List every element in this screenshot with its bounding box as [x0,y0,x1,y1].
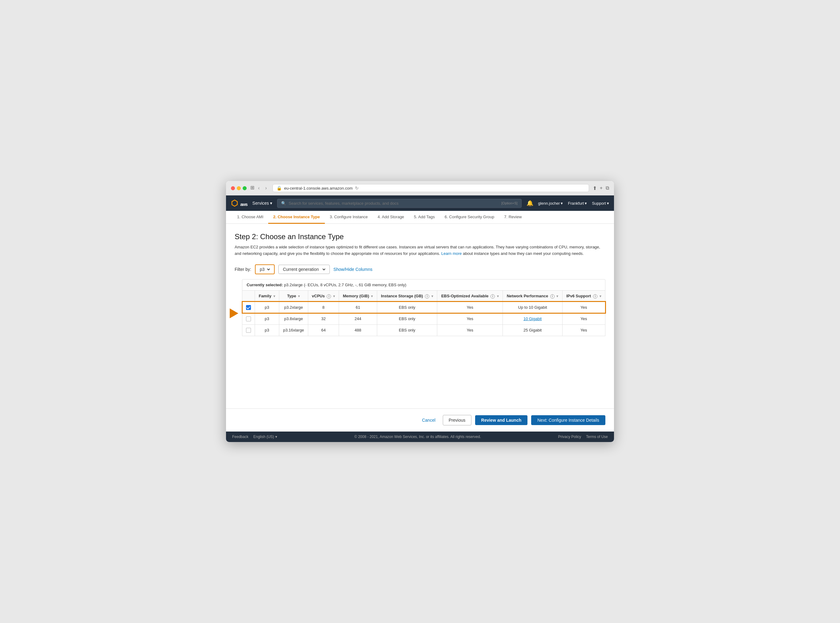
network-info-icon[interactable]: i [550,294,554,299]
row-3-memory: 488 [339,324,377,336]
row-2-memory: 244 [339,313,377,324]
col-header-vcpus[interactable]: vCPUs i ▾ [308,290,339,302]
browser-window: ⊞ ‹ › 🔒 eu-central-1.console.aws.amazon.… [226,181,614,442]
row-3-network: 25 Gigabit [503,324,562,336]
region-chevron-icon: ▾ [585,201,587,206]
step-7-tab[interactable]: 7. Review [499,211,527,224]
row-3-storage: EBS only [377,324,437,336]
language-selector[interactable]: English (US) ▾ [253,434,277,439]
page-title: Step 2: Choose an Instance Type [235,232,605,241]
new-tab-icon[interactable]: + [600,185,603,191]
memory-sort-icon[interactable]: ▾ [371,294,373,298]
footer-right: Privacy Policy Terms of Use [558,434,608,439]
step-1-tab[interactable]: 1. Choose AMI [232,211,268,224]
previous-button[interactable]: Previous [443,415,471,425]
lock-icon: 🔒 [276,186,282,190]
vcpus-info-icon[interactable]: i [327,294,331,299]
language-chevron-icon: ▾ [275,434,277,439]
instance-family-filter[interactable]: p3 t3 m5 [255,264,275,274]
step-4-tab[interactable]: 4. Add Storage [373,211,409,224]
tabs-icon[interactable]: ⧉ [606,185,609,191]
learn-more-link[interactable]: Learn more [441,251,462,256]
support-label: Support [592,201,606,206]
page-description: Amazon EC2 provides a wide selection of … [235,244,605,257]
aws-logo: ⬡ aws [231,199,247,207]
feedback-link[interactable]: Feedback [232,434,249,439]
family-sort-icon[interactable]: ▾ [273,294,275,298]
col-header-checkbox [242,290,255,302]
forward-button[interactable]: › [263,185,269,192]
row-1-family: p3 [255,302,279,313]
notification-bell-icon[interactable]: 🔔 [527,200,533,207]
region-selector[interactable]: Frankfurt ▾ [568,201,587,206]
col-header-type[interactable]: Type ▾ [279,290,308,302]
browser-chrome: ⊞ ‹ › 🔒 eu-central-1.console.aws.amazon.… [226,181,614,195]
step-6-tab[interactable]: 6. Configure Security Group [440,211,499,224]
storage-sort-icon[interactable]: ▾ [432,294,433,298]
row-3-checkbox[interactable] [246,328,251,333]
instance-table-wrapper: Currently selected: p3.2xlarge (- ECUs, … [242,279,605,336]
row-2-network-link[interactable]: 10 Gigabit [524,316,542,321]
nav-services-menu[interactable]: Services ▾ [252,201,272,206]
reload-button[interactable]: ↻ [355,186,359,190]
row-3-ebs: Yes [437,324,503,336]
vcpus-sort-icon[interactable]: ▾ [333,294,335,298]
step-2-tab[interactable]: 2. Choose Instance Type [268,211,324,224]
terms-of-use-link[interactable]: Terms of Use [586,434,608,439]
table-row[interactable]: p3 p3.2xlarge 8 61 EBS only Yes Up to 10… [242,302,605,313]
username-label: glenn.jocher [538,201,560,206]
table-header-row: Family ▾ Type ▾ vCPUs i ▾ [242,290,605,302]
maximize-button[interactable] [243,186,247,190]
network-sort-icon[interactable]: ▾ [556,294,558,298]
services-label: Services [252,201,269,206]
search-input[interactable] [289,201,499,206]
col-header-memory[interactable]: Memory (GiB) ▾ [339,290,377,302]
row-1-ipv6: Yes [562,302,605,313]
col-header-ipv6[interactable]: IPv6 Support i ▾ [562,290,605,302]
address-bar[interactable]: 🔒 eu-central-1.console.aws.amazon.com ↻ [272,184,589,192]
row-2-ebs: Yes [437,313,503,324]
next-button[interactable]: Next: Configure Instance Details [531,415,605,425]
support-chevron-icon: ▾ [607,201,609,206]
review-and-launch-button[interactable]: Review and Launch [475,415,528,425]
row-1-checkbox[interactable] [246,305,251,310]
instance-family-select[interactable]: p3 t3 m5 [259,267,271,272]
cancel-button[interactable]: Cancel [418,416,439,425]
row-2-network: 10 Gigabit [503,313,562,324]
close-button[interactable] [231,186,235,190]
row-2-family: p3 [255,313,279,324]
col-header-network[interactable]: Network Performance i ▾ [503,290,562,302]
step-5-tab[interactable]: 5. Add Tags [409,211,440,224]
step-3-tab[interactable]: 3. Configure Instance [325,211,373,224]
support-menu[interactable]: Support ▾ [592,201,609,206]
row-2-checkbox[interactable] [246,316,251,321]
type-sort-icon[interactable]: ▾ [298,294,300,298]
col-header-storage[interactable]: Instance Storage (GB) i ▾ [377,290,437,302]
aws-footer: Feedback English (US) ▾ © 2008 - 2021, A… [226,431,614,442]
row-3-type: p3.16xlarge [279,324,308,336]
storage-info-icon[interactable]: i [425,294,429,299]
filter-row: Filter by: p3 t3 m5 Current generation P… [235,264,605,274]
back-button[interactable]: ‹ [256,185,261,192]
global-search-bar[interactable]: 🔍 [Option+S] [277,199,521,208]
ebs-sort-icon[interactable]: ▾ [497,294,499,298]
ipv6-sort-icon[interactable]: ▾ [599,294,601,298]
region-label: Frankfurt [568,201,584,206]
sidebar-icon[interactable]: ⊞ [250,185,254,192]
search-icon: 🔍 [281,201,286,206]
ebs-info-icon[interactable]: i [490,294,495,299]
col-header-ebs[interactable]: EBS-Optimized Available i ▾ [437,290,503,302]
show-hide-columns-link[interactable]: Show/Hide Columns [333,267,373,272]
user-menu[interactable]: glenn.jocher ▾ [538,201,563,206]
generation-filter[interactable]: Current generation Previous generation A… [278,265,330,274]
table-row[interactable]: p3 p3.16xlarge 64 488 EBS only Yes 25 Gi… [242,324,605,336]
minimize-button[interactable] [237,186,241,190]
ipv6-info-icon[interactable]: i [593,294,597,299]
col-header-family[interactable]: Family ▾ [255,290,279,302]
row-3-vcpus: 64 [308,324,339,336]
generation-select[interactable]: Current generation Previous generation A… [282,267,326,272]
share-icon[interactable]: ⬆ [593,185,597,191]
privacy-policy-link[interactable]: Privacy Policy [558,434,581,439]
table-row[interactable]: p3 p3.8xlarge 32 244 EBS only Yes 10 Gig… [242,313,605,324]
row-1-storage: EBS only [377,302,437,313]
